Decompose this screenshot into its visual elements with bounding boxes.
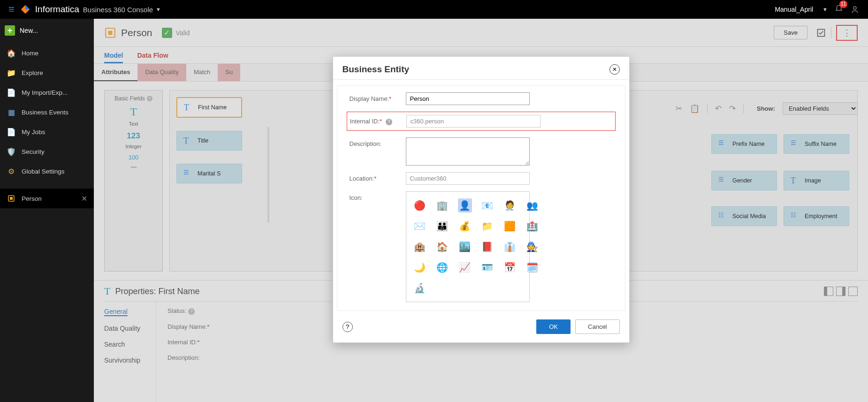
icon-option[interactable]: 🧑‍⚕️ — [503, 198, 517, 212]
gear-icon: ⚙ — [7, 167, 16, 176]
icon-option[interactable]: 📅 — [503, 260, 517, 274]
menu-icon[interactable]: ≡ — [8, 3, 15, 15]
display-name-input[interactable] — [406, 92, 530, 105]
app-header: ≡ Informatica Business 360 Console ▼ Man… — [0, 0, 868, 19]
user-icon[interactable] — [850, 5, 860, 14]
brand-label: Informatica — [35, 4, 79, 15]
shield-icon: 🛡️ — [7, 147, 16, 156]
icon-option[interactable]: 🔴 — [413, 198, 427, 212]
icon-option[interactable]: 🗓️ — [525, 260, 540, 274]
main-content: Person ✓ Valid Save ⋮ Model Data Flow At… — [94, 19, 868, 402]
sidebar-item-settings[interactable]: ⚙Global Settings — [0, 161, 94, 181]
close-icon[interactable]: ✕ — [609, 64, 620, 75]
icon-option[interactable]: 🏙️ — [458, 240, 472, 254]
icon-option[interactable]: 🌙 — [413, 260, 427, 274]
icon-option[interactable]: 🏥 — [525, 219, 540, 233]
icon-option[interactable]: 👔 — [503, 240, 517, 254]
icon-option[interactable]: 🔬 — [413, 281, 427, 295]
chevron-down-icon[interactable]: ▼ — [156, 7, 161, 12]
notifications-button[interactable]: 11 — [834, 4, 844, 15]
entity-icon — [7, 194, 16, 203]
folder-icon: 📁 — [7, 68, 16, 77]
icon-option[interactable]: 📈 — [458, 260, 472, 274]
sidebar: + New... 🏠Home 📁Explore 📄My Import/Exp..… — [0, 19, 94, 402]
icon-option[interactable]: 💰 — [458, 219, 472, 233]
info-icon[interactable]: ? — [386, 119, 392, 125]
chevron-down-icon[interactable]: ▼ — [822, 7, 828, 12]
sidebar-item-security[interactable]: 🛡️Security — [0, 142, 94, 161]
svg-point-2 — [853, 7, 856, 9]
label-icon: Icon: — [350, 191, 406, 201]
description-input[interactable] — [406, 137, 530, 166]
icon-option[interactable]: 🏠 — [435, 240, 449, 254]
icon-option[interactable]: 🧑‍🔧 — [525, 240, 540, 254]
plus-icon: + — [5, 25, 15, 36]
help-icon[interactable]: ? — [343, 322, 353, 332]
icon-option[interactable]: 🪪 — [480, 260, 495, 274]
sidebar-item-jobs[interactable]: 📄My Jobs — [0, 122, 94, 142]
label-description: Description: — [350, 137, 406, 147]
sidebar-item-explore[interactable]: 📁Explore — [0, 63, 94, 83]
calendar-icon: ▦ — [7, 107, 16, 117]
icon-option[interactable]: 📧 — [480, 198, 495, 212]
icon-option[interactable]: ✉️ — [413, 219, 427, 233]
internal-id-input[interactable] — [406, 115, 541, 128]
modal-overlay: Business Entity ✕ Display Name:* Interna… — [94, 19, 868, 402]
svg-marker-1 — [25, 5, 30, 9]
ok-button[interactable]: OK — [536, 319, 571, 334]
sidebar-item-import[interactable]: 📄My Import/Exp... — [0, 83, 94, 102]
home-icon: 🏠 — [7, 48, 16, 58]
location-input[interactable] — [406, 172, 530, 185]
brand-logo-icon — [20, 4, 30, 15]
icon-option[interactable]: 🏨 — [413, 240, 427, 254]
label-display-name: Display Name:* — [350, 92, 406, 102]
close-icon[interactable]: ✕ — [81, 194, 87, 203]
icon-option[interactable]: 📕 — [480, 240, 495, 254]
new-label: New... — [20, 27, 38, 34]
svg-rect-4 — [10, 197, 13, 200]
icon-option[interactable]: 🏢 — [435, 198, 449, 212]
icon-option[interactable]: 👤 — [458, 198, 472, 212]
sidebar-item-person[interactable]: Person ✕ — [0, 189, 94, 208]
console-label[interactable]: Business 360 Console — [83, 6, 153, 14]
tenant-label[interactable]: Manual_April — [775, 6, 813, 13]
icon-option[interactable]: 👪 — [435, 219, 449, 233]
notifications-badge: 11 — [839, 0, 847, 8]
label-location: Location:* — [350, 172, 406, 182]
icon-option[interactable]: 🌐 — [435, 260, 449, 274]
new-button[interactable]: + New... — [5, 25, 89, 36]
label-internal-id: Internal ID:* ? — [350, 115, 406, 125]
business-entity-dialog: Business Entity ✕ Display Name:* Interna… — [333, 56, 630, 343]
document-icon: 📄 — [7, 88, 16, 97]
icon-option[interactable]: 📁 — [480, 219, 495, 233]
icon-option[interactable]: 👥 — [525, 198, 540, 212]
cancel-button[interactable]: Cancel — [575, 319, 619, 334]
icon-option[interactable]: 🟧 — [503, 219, 517, 233]
document-icon: 📄 — [7, 127, 16, 137]
dialog-title: Business Entity — [343, 64, 410, 75]
sidebar-item-home[interactable]: 🏠Home — [0, 43, 94, 63]
sidebar-item-events[interactable]: ▦Business Events — [0, 102, 94, 122]
icon-picker: 🔴 🏢 👤 📧 🧑‍⚕️ 👥 ✉️ 👪 💰 📁 🟧 🏥 — [406, 191, 530, 302]
